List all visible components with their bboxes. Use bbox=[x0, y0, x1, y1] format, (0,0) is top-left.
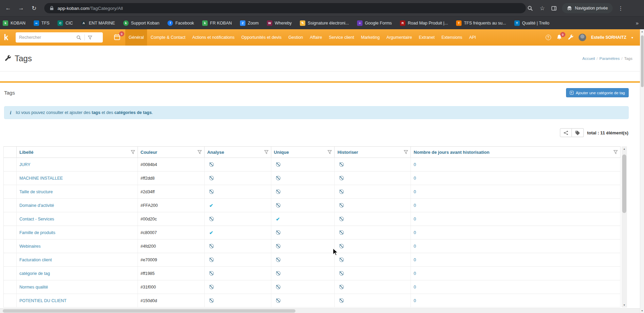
breadcrumb-param-tres[interactable]: Paramètres bbox=[599, 56, 619, 61]
page-scrollbar-thumb[interactable] bbox=[641, 35, 644, 87]
days-link[interactable]: 0 bbox=[414, 176, 416, 181]
appnav-actions-et-notifications[interactable]: Actions et notifications bbox=[189, 29, 238, 46]
bookmark-item[interactable]: k Support Koban bbox=[123, 20, 159, 26]
filter-funnel-icon[interactable] bbox=[327, 150, 332, 154]
bookmark-star-icon[interactable]: ☆ bbox=[537, 3, 548, 14]
bookmark-item[interactable]: W Whereby bbox=[267, 20, 292, 26]
days-link[interactable]: 0 bbox=[414, 217, 416, 221]
tag-label-link[interactable]: Domaine d'activité bbox=[19, 203, 54, 208]
add-tag-category-button[interactable]: + Ajouter une catégorie de tag bbox=[566, 88, 629, 97]
filter-funnel-icon[interactable] bbox=[197, 150, 202, 154]
user-name[interactable]: Estelle SORHAITZ bbox=[591, 35, 626, 40]
bookmarks-overflow-chevron-icon[interactable]: » bbox=[636, 20, 644, 26]
days-link[interactable]: 0 bbox=[414, 285, 416, 290]
days-link[interactable]: 0 bbox=[414, 162, 416, 167]
breadcrumb-accueil[interactable]: Accueil bbox=[582, 56, 595, 61]
tag-label-link[interactable]: Contact - Services bbox=[19, 217, 54, 221]
bookmark-item[interactable]: T Qualité | Trello bbox=[514, 20, 549, 26]
historiser-flag bbox=[339, 230, 344, 235]
notifications-button[interactable]: 9 bbox=[556, 34, 562, 40]
bookmark-item[interactable]: R Road Map Produit |... bbox=[400, 20, 448, 26]
appnav-argumentaire[interactable]: Argumentaire bbox=[383, 29, 415, 46]
tag-label-link[interactable]: Taille de structure bbox=[19, 190, 53, 194]
back-icon[interactable]: ← bbox=[3, 3, 14, 14]
browser-menu-kebab-icon[interactable]: ⋮ bbox=[615, 3, 626, 14]
settings-button[interactable] bbox=[567, 34, 574, 40]
header-analyse[interactable]: Analyse bbox=[205, 147, 271, 158]
page-scrollbar[interactable]: ▲ ▼ bbox=[640, 29, 644, 313]
address-bar[interactable]: app-koban.com/TagCategory/All bbox=[44, 3, 526, 13]
user-avatar[interactable] bbox=[579, 34, 586, 41]
tag-label-link[interactable]: Webinaires bbox=[19, 244, 41, 249]
days-link[interactable]: 0 bbox=[414, 203, 416, 208]
bookmark-item[interactable]: ✎ Ssignature électroni... bbox=[300, 20, 349, 26]
filter-funnel-icon[interactable] bbox=[131, 150, 135, 154]
bookmark-item[interactable]: A ENT MARINE bbox=[81, 20, 115, 26]
bookmark-item[interactable]: k FR KOBAN bbox=[202, 20, 232, 26]
header-libelle[interactable]: Libellé bbox=[17, 147, 138, 158]
table-scrollbar[interactable]: ▲ ▼ bbox=[622, 146, 627, 308]
page-viewport: k 9 Général Compte & Contact Actions et … bbox=[0, 29, 640, 313]
horizontal-scrollbar-thumb[interactable] bbox=[3, 309, 295, 313]
table-scrollbar-thumb[interactable] bbox=[622, 154, 626, 213]
filter-funnel-icon[interactable] bbox=[613, 150, 618, 154]
tag-label-link[interactable]: Facturation client bbox=[19, 258, 52, 262]
horizontal-scrollbar[interactable] bbox=[0, 308, 640, 313]
tag-label-link[interactable]: POTENTIEL DU CLIENT bbox=[19, 298, 66, 303]
search-icon[interactable] bbox=[526, 4, 534, 12]
tag-label-link[interactable]: MACHINE INSTALLEE bbox=[19, 176, 63, 181]
scroll-up-icon[interactable]: ▲ bbox=[622, 148, 627, 150]
url-domain: app-koban.com bbox=[58, 6, 89, 11]
days-link[interactable]: 0 bbox=[414, 258, 416, 262]
forward-icon[interactable]: → bbox=[16, 3, 27, 14]
koban-logo[interactable]: k bbox=[0, 29, 12, 46]
header-jours-historisation[interactable]: Nombre de jours avant historisation bbox=[411, 147, 621, 158]
scroll-up-icon[interactable]: ▲ bbox=[640, 30, 644, 33]
help-icon[interactable]: ? bbox=[546, 35, 551, 40]
tag-label-link[interactable]: Normes qualité bbox=[19, 285, 48, 290]
appnav-compte-contact[interactable]: Compte & Contact bbox=[147, 29, 189, 46]
search-input[interactable] bbox=[19, 35, 76, 40]
scroll-down-icon[interactable]: ▼ bbox=[640, 310, 644, 312]
days-link[interactable]: 0 bbox=[414, 271, 416, 276]
bookmark-item[interactable]: T TFS fréquents au su... bbox=[456, 20, 506, 26]
appnav-extranet[interactable]: Extranet bbox=[415, 29, 438, 46]
historiser-flag bbox=[339, 176, 344, 180]
appnav-marketing[interactable]: Marketing bbox=[357, 29, 383, 46]
days-link[interactable]: 0 bbox=[414, 244, 416, 249]
appnav-api[interactable]: API bbox=[466, 29, 479, 46]
days-link[interactable]: 0 bbox=[414, 190, 416, 194]
tags-view-button[interactable] bbox=[572, 128, 584, 137]
analyse-flag bbox=[209, 176, 214, 180]
appnav-service-client[interactable]: Service client bbox=[325, 29, 357, 46]
header-couleur[interactable]: Couleur bbox=[138, 147, 205, 158]
days-link[interactable]: 0 bbox=[414, 298, 416, 303]
bookmark-item[interactable]: f Facebook bbox=[167, 20, 194, 26]
tag-label-link[interactable]: catégorie de tag bbox=[19, 271, 50, 276]
filter-funnel-icon[interactable] bbox=[264, 150, 269, 154]
appnav-extensions[interactable]: Extensions bbox=[438, 29, 466, 46]
appnav-affaire[interactable]: Affaire bbox=[306, 29, 325, 46]
share-nodes-button[interactable] bbox=[560, 128, 572, 137]
bookmark-item[interactable]: ≡ Google Forms bbox=[357, 20, 392, 26]
appnav-opportunit-s-et-devis[interactable]: Opportunités et devis bbox=[238, 29, 285, 46]
tag-label-link[interactable]: JURY bbox=[19, 162, 30, 167]
header-unique[interactable]: Unique bbox=[271, 147, 335, 158]
scroll-down-icon[interactable]: ▼ bbox=[622, 304, 627, 306]
reload-icon[interactable]: ↻ bbox=[29, 3, 39, 14]
bookmark-item[interactable]: C CIC bbox=[58, 20, 73, 26]
side-panel-icon[interactable] bbox=[550, 4, 558, 12]
header-historiser[interactable]: Historiser bbox=[335, 147, 411, 158]
bookmark-item[interactable]: Z Zoom bbox=[240, 20, 259, 26]
calendar-button[interactable]: 9 bbox=[114, 34, 121, 41]
tag-label-link[interactable]: Famille de produits bbox=[19, 230, 55, 235]
days-link[interactable]: 0 bbox=[414, 230, 416, 235]
appnav-gestion[interactable]: Gestion bbox=[285, 29, 306, 46]
filter-funnel-icon[interactable] bbox=[88, 35, 92, 40]
bookmark-item[interactable]: ∞ TFS bbox=[34, 20, 50, 26]
filter-funnel-icon[interactable] bbox=[404, 150, 408, 154]
appnav-g-n-ral[interactable]: Général bbox=[125, 29, 147, 46]
bookmark-item[interactable]: k KOBAN bbox=[3, 20, 26, 26]
search-icon[interactable] bbox=[76, 35, 81, 40]
chevron-down-icon[interactable]: ▾ bbox=[631, 36, 633, 39]
